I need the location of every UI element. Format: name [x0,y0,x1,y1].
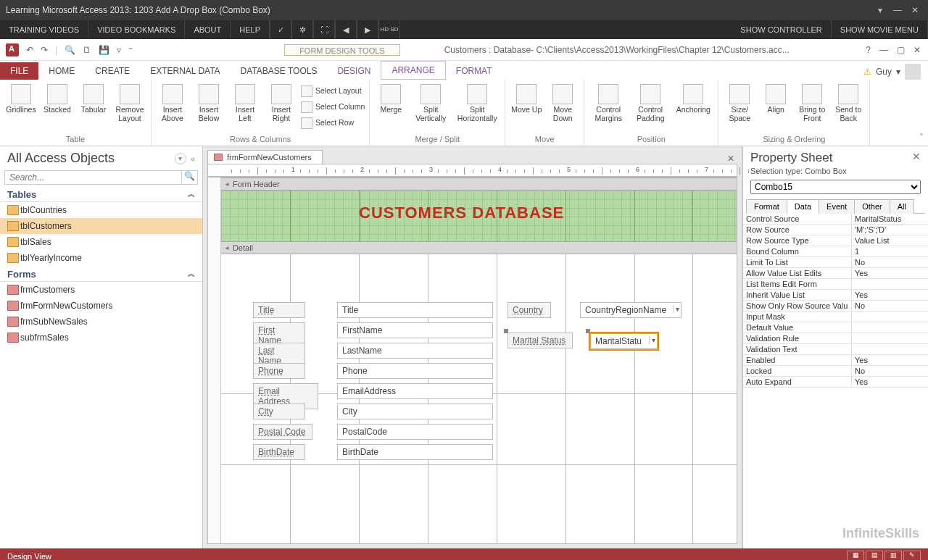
category-forms[interactable]: Forms︽ [0,266,202,282]
property-row[interactable]: Row Source TypeValue List [743,235,928,246]
label-marital-status[interactable]: Marital Status [508,333,573,348]
nav-table-tblCustomers[interactable]: tblCustomers [0,218,202,234]
select-column-button[interactable]: Select Column [301,99,365,114]
tab-file[interactable]: FILE [0,62,38,80]
select-row-button[interactable]: Select Row [301,114,365,130]
remove-layout-button[interactable]: Remove Layout [113,83,146,122]
field-email[interactable]: EmailAddress [337,383,493,399]
redo-icon[interactable]: ↷ [41,45,48,55]
tab-home[interactable]: HOME [38,62,85,80]
search-input[interactable] [5,171,181,184]
layout-view-button[interactable]: ▥ [884,551,902,560]
bring-to-front-button[interactable]: Bring to Front [795,83,829,122]
property-row[interactable]: Validation Rule [743,333,928,344]
document-close-icon[interactable]: ✕ [724,154,737,164]
field-city[interactable]: City [337,404,493,419]
field-postal[interactable]: PostalCode [337,424,493,440]
minimize-icon[interactable]: ▾ [873,5,887,15]
training-videos-button[interactable]: TRAINING VIDEOS [0,20,88,39]
avatar[interactable] [905,64,921,80]
user-dropdown-icon[interactable]: ▾ [896,67,900,77]
tabular-button[interactable]: Tabular [77,83,110,114]
property-tab-format[interactable]: Format [746,199,787,214]
nav-collapse-icon[interactable]: « [191,154,195,163]
help-icon[interactable]: ? [866,45,871,55]
app-restore-icon[interactable]: ▢ [897,45,905,55]
insert-above-button[interactable]: Insert Above [156,83,189,122]
property-row[interactable]: Default Value [743,322,928,333]
move-down-button[interactable]: Move Down [546,83,579,122]
field-last-name[interactable]: LastName [337,343,493,359]
help-button[interactable]: HELP [231,20,270,39]
detail-bar[interactable]: Detail [208,241,737,254]
form-header-section[interactable]: CUSTOMERS DATABASE [221,191,737,241]
search-icon[interactable]: 🔍 [181,171,197,184]
tab-database-tools[interactable]: DATABASE TOOLS [231,62,328,80]
property-row[interactable]: Validation Text [743,344,928,355]
tab-design[interactable]: DESIGN [327,62,381,80]
form-design-surface[interactable]: Form Header CUSTOMERS DATABASE Detail Ti… [207,177,737,544]
category-tables[interactable]: Tables︽ [0,186,202,202]
field-title[interactable]: Title [337,302,493,318]
tab-external-data[interactable]: EXTERNAL DATA [140,62,230,80]
nav-form-subfrmSales[interactable]: subfrmSales [0,330,202,346]
property-tab-other[interactable]: Other [854,199,890,214]
field-marital-status-combo[interactable]: MaritalStatu [589,333,658,350]
video-bookmarks-button[interactable]: VIDEO BOOKMARKS [88,20,185,39]
gear-icon[interactable]: ✲ [291,20,313,39]
property-row[interactable]: Limit To ListNo [743,257,928,268]
tab-format[interactable]: FORMAT [446,62,502,80]
align-button[interactable]: Align [759,83,792,114]
property-tab-all[interactable]: All [890,199,914,214]
save-icon[interactable]: 💾 [99,45,109,55]
qat-more-icon[interactable]: ⁼ [128,45,133,55]
app-close-icon[interactable]: ✕ [914,45,921,55]
nav-table-tblCountries[interactable]: tblCountries [0,202,202,218]
document-tab[interactable]: frmFormNewCustomers [207,150,323,164]
design-view-button[interactable]: ✎ [903,551,921,560]
search-box[interactable]: 🔍 [4,170,198,185]
label-city[interactable]: City [253,404,305,419]
merge-button[interactable]: Merge [374,83,407,114]
close-icon[interactable]: ✕ [908,5,922,15]
stacked-button[interactable]: Stacked [41,83,74,114]
property-row[interactable]: Control SourceMaritalStatus [743,214,928,225]
restore-icon[interactable]: — [890,5,905,15]
about-button[interactable]: ABOUT [185,20,231,39]
detail-section[interactable]: Title First Name Last Name Phone Email A… [221,254,737,544]
nav-form-frmSubNewSales[interactable]: frmSubNewSales [0,314,202,330]
app-minimize-icon[interactable]: — [879,45,888,55]
nav-dropdown-icon[interactable]: ▾ [175,153,186,164]
split-horizontally-button[interactable]: Split Horizontally [454,83,500,122]
property-row[interactable]: EnabledYes [743,355,928,366]
property-row[interactable]: Allow Value List EditsYes [743,268,928,279]
field-birthdate[interactable]: BirthDate [337,444,493,460]
label-postal[interactable]: Postal Code [253,424,312,440]
nav-form-frmFormNewCustomers[interactable]: frmFormNewCustomers [0,298,202,314]
size-space-button[interactable]: Size/ Space [723,83,756,122]
show-movie-menu-button[interactable]: SHOW MOVIE MENU [832,20,928,39]
nav-form-frmCustomers[interactable]: frmCustomers [0,282,202,298]
insert-below-button[interactable]: Insert Below [192,83,225,122]
property-row[interactable]: Row Source'M';'S';'D' [743,225,928,235]
show-controller-button[interactable]: SHOW CONTROLLER [732,20,831,39]
datasheet-view-button[interactable]: ▤ [866,551,883,560]
form-header-bar[interactable]: Form Header [208,177,737,191]
prev-icon[interactable]: ◀ [335,20,357,39]
property-row[interactable]: LockedNo [743,366,928,377]
label-country[interactable]: Country [508,302,551,318]
insert-left-button[interactable]: Insert Left [228,83,262,122]
nav-table-tblYearlyIncome[interactable]: tblYearlyIncome [0,250,202,266]
insert-right-button[interactable]: Insert Right [265,83,298,122]
anchoring-button[interactable]: Anchoring [673,83,713,114]
label-phone[interactable]: Phone [253,363,305,379]
fullscreen-icon[interactable]: ⛶ [313,20,335,39]
undo-icon[interactable]: ↶ [26,45,33,55]
label-title[interactable]: Title [253,302,305,318]
select-layout-button[interactable]: Select Layout [301,83,365,99]
move-up-button[interactable]: Move Up [510,83,543,114]
hd-sd-button[interactable]: HD SD [378,20,400,39]
property-row[interactable]: Auto ExpandYes [743,377,928,388]
new-icon[interactable]: 🗋 [83,45,91,55]
filter-icon[interactable]: ▿ [117,45,121,55]
